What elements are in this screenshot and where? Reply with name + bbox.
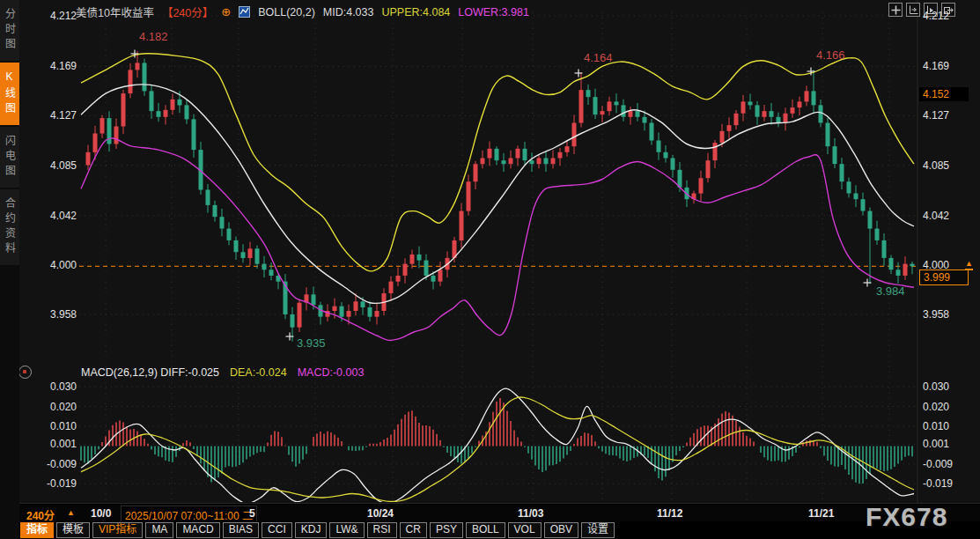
axis-compress-icon[interactable] xyxy=(906,3,920,17)
period-label[interactable]: 【240分】 xyxy=(162,4,213,20)
toolbar-button-macd[interactable]: MACD xyxy=(176,522,219,538)
sidebar-tab-lightning[interactable]: 闪电图 xyxy=(0,127,19,188)
toolbar-button-cr[interactable]: CR xyxy=(400,522,427,538)
toolbar-button-cci[interactable]: CCI xyxy=(262,522,292,538)
toolbar-button-ma[interactable]: MA xyxy=(145,522,173,538)
sidebar-tab-candlestick[interactable]: K线图 xyxy=(0,63,19,125)
indicator-toolbar: 指标模板VIP指标MAMACDBIASCCIKDJLW&RSICRPSYBOLL… xyxy=(0,521,980,539)
toolbar-button-rsi[interactable]: RSI xyxy=(367,522,397,538)
main-chart-canvas[interactable] xyxy=(0,0,980,539)
pan-icon[interactable] xyxy=(888,3,903,17)
toolbar-button-boll[interactable]: BOLL xyxy=(466,522,505,538)
toolbar-button-kdj[interactable]: KDJ xyxy=(295,522,328,538)
chart-window-controls xyxy=(888,3,955,17)
toolbar-button-lw[interactable]: LW& xyxy=(329,522,364,538)
toolbar-button-template[interactable]: 模板 xyxy=(56,522,90,538)
toolbar-button-psy[interactable]: PSY xyxy=(430,522,463,538)
axis-expand-icon[interactable] xyxy=(924,3,938,17)
toolbar-button-vol[interactable]: VOL xyxy=(508,522,542,538)
pop-out-icon[interactable] xyxy=(941,3,955,17)
toolbar-button-indicator[interactable]: 指标 xyxy=(20,522,54,538)
toolbar-button-vip-indicator[interactable]: VIP指标 xyxy=(92,522,143,538)
toolbar-button-bias[interactable]: BIAS xyxy=(223,522,259,538)
expand-icon[interactable]: ⊕ xyxy=(221,5,231,18)
period-tag[interactable]: 240分 xyxy=(26,507,55,522)
sidebar-tab-contract-info[interactable]: 合约资料 xyxy=(0,189,19,265)
sidebar: 分时图K线图闪电图合约资料 xyxy=(0,0,19,539)
toolbar-button-obv[interactable]: OBV xyxy=(544,522,578,538)
toolbar-button-settings[interactable]: 设置 xyxy=(581,522,615,538)
sidebar-tab-time-share[interactable]: 分时图 xyxy=(0,0,19,61)
pane-marker-icon[interactable] xyxy=(18,365,32,379)
